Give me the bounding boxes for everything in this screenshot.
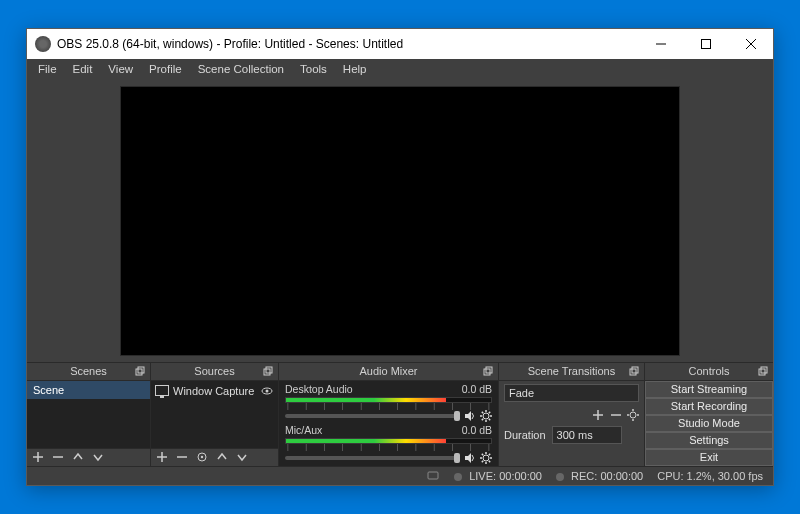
scene-item[interactable]: Scene (27, 381, 150, 399)
minimize-button[interactable] (638, 29, 683, 59)
svg-rect-41 (632, 367, 638, 373)
svg-line-27 (489, 419, 490, 420)
svg-line-38 (482, 460, 483, 461)
exit-button[interactable]: Exit (645, 449, 773, 466)
volume-slider[interactable] (285, 414, 460, 418)
audio-mixer-dock: Audio Mixer Desktop Audio 0.0 dB |||||||… (279, 363, 499, 466)
close-button[interactable] (728, 29, 773, 59)
obs-window: OBS 25.0.8 (64-bit, windows) - Profile: … (26, 28, 774, 486)
move-scene-down-icon[interactable] (91, 450, 105, 464)
source-item[interactable]: Window Capture (151, 381, 278, 401)
svg-line-26 (482, 412, 483, 413)
window-title: OBS 25.0.8 (64-bit, windows) - Profile: … (57, 37, 638, 51)
titlebar: OBS 25.0.8 (64-bit, windows) - Profile: … (27, 29, 773, 59)
svg-rect-52 (428, 472, 438, 479)
vu-meter (285, 438, 492, 444)
menu-scene-collection[interactable]: Scene Collection (191, 61, 291, 77)
gear-icon[interactable] (480, 410, 492, 422)
svg-point-45 (630, 412, 636, 418)
svg-rect-50 (759, 369, 765, 375)
svg-rect-40 (630, 369, 636, 375)
channel-level: 0.0 dB (462, 383, 492, 395)
gear-icon[interactable] (627, 408, 639, 422)
transitions-dock: Scene Transitions Fade Duration 300 (499, 363, 645, 466)
svg-marker-20 (465, 411, 471, 421)
window-capture-icon (155, 385, 169, 396)
sources-list[interactable]: Window Capture (151, 381, 278, 448)
studio-mode-button[interactable]: Studio Mode (645, 415, 773, 432)
scenes-list[interactable]: Scene (27, 381, 150, 448)
live-dot-icon (454, 473, 462, 481)
svg-point-21 (483, 413, 489, 419)
svg-line-29 (489, 412, 490, 413)
svg-line-28 (482, 419, 483, 420)
live-time: 00:00:00 (499, 470, 542, 482)
mixer-title: Audio Mixer (359, 365, 417, 377)
svg-rect-18 (484, 369, 490, 375)
meter-ticks: |||||||||||| (285, 444, 492, 450)
move-scene-up-icon[interactable] (71, 450, 85, 464)
gear-icon[interactable] (480, 452, 492, 464)
menu-view[interactable]: View (101, 61, 140, 77)
duration-spinbox[interactable]: 300 ms (552, 426, 622, 444)
volume-slider[interactable] (285, 456, 460, 460)
start-streaming-button[interactable]: Start Streaming (645, 381, 773, 398)
svg-point-12 (266, 389, 269, 392)
transition-selected: Fade (509, 387, 534, 399)
remove-scene-icon[interactable] (51, 450, 65, 464)
add-transition-icon[interactable] (591, 408, 605, 422)
start-recording-button[interactable]: Start Recording (645, 398, 773, 415)
menu-file[interactable]: File (31, 61, 64, 77)
svg-marker-30 (465, 453, 471, 463)
mixer-header: Audio Mixer (279, 363, 498, 381)
svg-rect-9 (264, 369, 270, 375)
svg-rect-51 (761, 367, 767, 373)
remove-source-icon[interactable] (175, 450, 189, 464)
move-source-up-icon[interactable] (215, 450, 229, 464)
source-name: Window Capture (173, 385, 254, 397)
duration-value: 300 ms (557, 429, 593, 441)
svg-rect-1 (701, 40, 710, 49)
popout-icon[interactable] (627, 364, 641, 378)
menu-tools[interactable]: Tools (293, 61, 334, 77)
settings-button[interactable]: Settings (645, 432, 773, 449)
controls-body: Start Streaming Start Recording Studio M… (645, 381, 773, 466)
speaker-icon[interactable] (464, 452, 476, 464)
sources-footer (151, 448, 278, 466)
mixer-channel-desktop: Desktop Audio 0.0 dB |||||||||||| (279, 381, 498, 422)
maximize-button[interactable] (683, 29, 728, 59)
mixer-channel-mic: Mic/Aux 0.0 dB |||||||||||| (279, 422, 498, 463)
visibility-icon[interactable] (260, 384, 274, 398)
add-scene-icon[interactable] (31, 450, 45, 464)
svg-line-36 (482, 453, 483, 454)
scenes-header: Scenes (27, 363, 150, 381)
scenes-title: Scenes (70, 365, 107, 377)
menu-edit[interactable]: Edit (66, 61, 100, 77)
status-live: LIVE: 00:00:00 (454, 470, 542, 482)
speaker-icon[interactable] (464, 410, 476, 422)
sources-dock: Sources Window Capture (151, 363, 279, 466)
menu-profile[interactable]: Profile (142, 61, 189, 77)
controls-title: Controls (689, 365, 730, 377)
source-properties-icon[interactable] (195, 450, 209, 464)
transition-select[interactable]: Fade (504, 384, 639, 402)
scenes-dock: Scenes Scene (27, 363, 151, 466)
rec-dot-icon (556, 473, 564, 481)
svg-rect-4 (136, 369, 142, 375)
popout-icon[interactable] (261, 364, 275, 378)
remove-transition-icon[interactable] (609, 408, 623, 422)
svg-rect-5 (138, 367, 144, 373)
docks-row: Scenes Scene Sources (27, 362, 773, 466)
sources-header: Sources (151, 363, 278, 381)
move-source-down-icon[interactable] (235, 450, 249, 464)
add-source-icon[interactable] (155, 450, 169, 464)
svg-point-31 (483, 455, 489, 461)
preview-area (27, 80, 773, 362)
preview-canvas[interactable] (120, 86, 680, 356)
controls-dock: Controls Start Streaming Start Recording… (645, 363, 773, 466)
rec-time: 00:00:00 (600, 470, 643, 482)
popout-icon[interactable] (481, 364, 495, 378)
popout-icon[interactable] (756, 364, 770, 378)
popout-icon[interactable] (133, 364, 147, 378)
menu-help[interactable]: Help (336, 61, 374, 77)
